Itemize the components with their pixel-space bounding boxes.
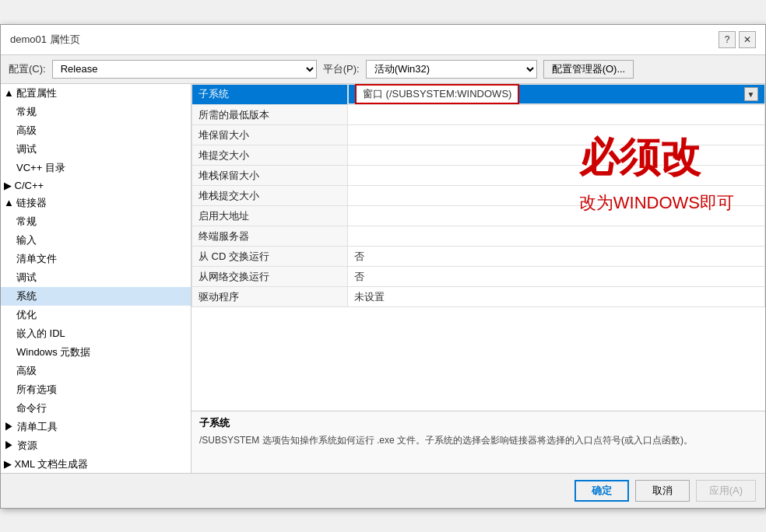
prop-value-cell [348,206,765,226]
tree-item-cpp[interactable]: ▶ C/C++ [1,177,191,194]
tree-item-cmd[interactable]: 命令行 [1,399,191,418]
prop-name-cell: 驱动程序 [192,287,348,307]
prop-row[interactable]: 从 CD 交换运行否 [192,247,765,267]
property-panel: 子系统窗口 (/SUBSYSTEM:WINDOWS)▼所需的最低版本堆保留大小堆… [192,84,765,473]
title-bar-buttons: ? ✕ [719,31,756,48]
prop-name-cell: 终端服务器 [192,226,348,247]
tree-item-general[interactable]: 常规 [1,103,191,121]
prop-value-cell [348,145,765,166]
prop-row[interactable]: 所需的最低版本 [192,105,765,125]
prop-row[interactable]: 堆提交大小 [192,145,765,166]
platform-label: 平台(P): [323,62,360,76]
tree-item-label: 调试 [16,142,191,156]
prop-row[interactable]: 堆栈保留大小 [192,166,765,186]
prop-value-cell [348,186,765,206]
tree-item-label: 调试 [16,271,191,285]
properties-dialog: demo01 属性页 ? ✕ 配置(C): Release 平台(P): 活动(… [0,24,766,509]
tree-item-xml-gen[interactable]: ▶ XML 文档生成器 [1,455,191,473]
prop-row[interactable]: 子系统窗口 (/SUBSYSTEM:WINDOWS)▼ [192,84,765,105]
ok-button[interactable]: 确定 [574,480,629,502]
tree-item-debug[interactable]: 调试 [1,140,191,159]
tree-item-config-props[interactable]: ▲ 配置属性 [1,84,191,103]
tree-item-label: 嵌入的 IDL [16,327,191,341]
tree-item-label: ▲ 配置属性 [4,86,191,100]
tree-item-link-general[interactable]: 常规 [1,212,191,231]
tree-item-label: 清单文件 [16,252,191,266]
prop-name-cell: 所需的最低版本 [192,105,348,125]
bottom-bar: 确定 取消 应用(A) [1,473,765,508]
config-label: 配置(C): [9,62,46,76]
dialog-title: demo01 属性页 [10,33,80,47]
toolbar: 配置(C): Release 平台(P): 活动(Win32) 配置管理器(O)… [1,55,765,84]
cancel-button[interactable]: 取消 [635,480,690,502]
tree-item-label: 常规 [16,105,191,119]
value-dropdown-button[interactable]: ▼ [744,87,758,101]
prop-value-cell [348,226,765,247]
tree-item-link-system[interactable]: 系统 [1,287,191,306]
close-button[interactable]: ✕ [739,31,756,48]
help-button[interactable]: ? [719,31,736,48]
tree-item-label: ▲ 链接器 [4,196,191,210]
tree-panel: ▲ 配置属性常规高级调试VC++ 目录▶ C/C++▲ 链接器常规输入清单文件调… [1,84,192,473]
prop-name-cell: 堆栈提交大小 [192,186,348,206]
tree-item-label: 所有选项 [16,383,191,397]
tree-item-label: ▶ 清单工具 [4,420,191,434]
prop-value-cell [348,166,765,186]
tree-item-label: 优化 [16,308,191,322]
prop-value-cell[interactable]: 窗口 (/SUBSYSTEM:WINDOWS)▼ [348,84,765,104]
platform-select[interactable]: 活动(Win32) [366,60,537,79]
tree-item-label: 输入 [16,233,191,247]
tree-item-link-manifest[interactable]: 清单文件 [1,250,191,268]
tree-item-label: ▶ C/C++ [4,180,191,191]
tree-item-label: Windows 元数据 [16,345,191,359]
prop-row[interactable]: 堆保留大小 [192,125,765,145]
description-panel: 子系统 /SUBSYSTEM 选项告知操作系统如何运行 .exe 文件。子系统的… [192,411,765,473]
tree-item-advanced[interactable]: 高级 [1,121,191,140]
tree-item-link-opt[interactable]: 优化 [1,306,191,324]
prop-value-cell [348,105,765,125]
tree-item-manifest-tool[interactable]: ▶ 清单工具 [1,418,191,436]
property-table: 子系统窗口 (/SUBSYSTEM:WINDOWS)▼所需的最低版本堆保留大小堆… [192,84,765,308]
prop-row[interactable]: 从网络交换运行否 [192,267,765,287]
title-bar: demo01 属性页 ? ✕ [1,25,765,55]
tree-item-link-input[interactable]: 输入 [1,231,191,250]
tree-item-link-idl[interactable]: 嵌入的 IDL [1,324,191,343]
description-title: 子系统 [199,416,757,430]
main-content: ▲ 配置属性常规高级调试VC++ 目录▶ C/C++▲ 链接器常规输入清单文件调… [1,84,765,473]
prop-name-cell: 从 CD 交换运行 [192,247,348,267]
tree-item-label: ▶ 资源 [4,439,191,453]
prop-name-cell: 堆保留大小 [192,125,348,145]
prop-row[interactable]: 驱动程序未设置 [192,287,765,307]
prop-name-cell: 堆提交大小 [192,145,348,166]
tree-item-label: 常规 [16,215,191,229]
apply-button[interactable]: 应用(A) [696,480,756,502]
prop-value-cell: 否 [348,267,765,287]
tree-item-resources[interactable]: ▶ 资源 [1,436,191,455]
prop-name-cell: 启用大地址 [192,206,348,226]
tree-item-label: 高级 [16,124,191,138]
prop-name-cell: 子系统 [192,84,348,105]
prop-value-cell [348,125,765,145]
tree-item-vc-dirs[interactable]: VC++ 目录 [1,159,191,177]
prop-value-cell: 未设置 [348,287,765,307]
config-select[interactable]: Release [52,60,317,79]
prop-name-cell: 从网络交换运行 [192,267,348,287]
tree-item-label: VC++ 目录 [16,161,191,175]
config-manager-button[interactable]: 配置管理器(O)... [543,60,634,79]
tree-item-link-adv[interactable]: 高级 [1,362,191,380]
tree-item-link-debug[interactable]: 调试 [1,268,191,287]
prop-value-cell: 否 [348,247,765,267]
tree-item-link-all[interactable]: 所有选项 [1,380,191,399]
tree-item-label: ▶ XML 文档生成器 [4,457,191,471]
highlighted-value: 窗口 (/SUBSYSTEM:WINDOWS) [355,84,519,104]
tree-item-label: 命令行 [16,401,191,415]
tree-item-linker[interactable]: ▲ 链接器 [1,194,191,212]
prop-row[interactable]: 堆栈提交大小 [192,186,765,206]
tree-item-label: 系统 [16,289,191,303]
prop-row[interactable]: 终端服务器 [192,226,765,247]
prop-row[interactable]: 启用大地址 [192,206,765,226]
description-text: /SUBSYSTEM 选项告知操作系统如何运行 .exe 文件。子系统的选择会影… [199,433,757,447]
tree-item-link-win-meta[interactable]: Windows 元数据 [1,343,191,362]
tree-item-label: 高级 [16,364,191,378]
property-table-container: 子系统窗口 (/SUBSYSTEM:WINDOWS)▼所需的最低版本堆保留大小堆… [192,84,765,411]
